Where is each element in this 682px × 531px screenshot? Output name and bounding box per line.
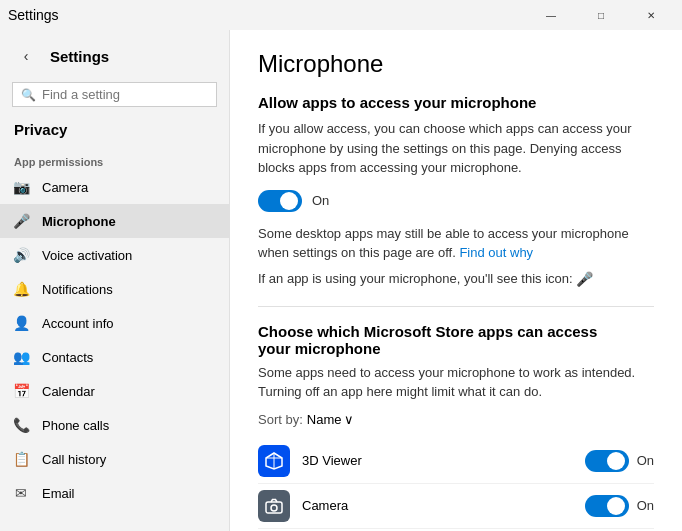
voice-activation-icon: 🔊 [12,246,30,264]
choose-section: Choose which Microsoft Store apps can ac… [258,323,654,531]
calendar-icon: 📅 [12,382,30,400]
account-info-icon: 👤 [12,314,30,332]
sidebar-item-email-label: Email [42,486,75,501]
info-text-icon: If an app is using your microphone, you'… [258,269,654,290]
divider [258,306,654,307]
sort-row: Sort by: Name ∨ [258,412,654,427]
svg-point-4 [271,505,277,511]
phone-calls-icon: 📞 [12,416,30,434]
title-bar-controls: — □ ✕ [528,0,674,30]
contacts-icon: 👥 [12,348,30,366]
close-button[interactable]: ✕ [628,0,674,30]
sort-chevron-icon: ∨ [344,412,354,427]
sidebar-item-microphone-label: Microphone [42,214,116,229]
minimize-button[interactable]: — [528,0,574,30]
main-content: Microphone Allow apps to access your mic… [230,30,682,531]
camera-toggle-area: On [585,495,654,517]
3dviewer-toggle-thumb [607,452,625,470]
back-button[interactable]: ‹ [12,42,40,70]
choose-section-description: Some apps need to access your microphone… [258,363,654,402]
3dviewer-app-icon [258,445,290,477]
search-box[interactable]: 🔍 [12,82,217,107]
sort-by-label: Sort by: [258,412,303,427]
sidebar-item-voice-activation-label: Voice activation [42,248,132,263]
sidebar-item-account-info[interactable]: 👤 Account info [0,306,229,340]
sidebar-item-contacts-label: Contacts [42,350,93,365]
sidebar-item-account-info-label: Account info [42,316,114,331]
camera-app-icon [258,490,290,522]
sidebar-item-camera-label: Camera [42,180,88,195]
sidebar-item-camera[interactable]: 📷 Camera [0,170,229,204]
sidebar-item-call-history[interactable]: 📋 Call history [0,442,229,476]
sidebar-item-voice-activation[interactable]: 🔊 Voice activation [0,238,229,272]
3dviewer-toggle[interactable] [585,450,629,472]
info-text-desktop: Some desktop apps may still be able to a… [258,224,654,263]
sidebar-item-contacts[interactable]: 👥 Contacts [0,340,229,374]
toggle-thumb [280,192,298,210]
sidebar-header: ‹ Settings [0,30,229,78]
title-bar-left: Settings [8,7,59,23]
app-permissions-label: App permissions [0,148,229,170]
allow-section-description: If you allow access, you can choose whic… [258,119,654,178]
microphone-icon: 🎤 [12,212,30,230]
sidebar: ‹ Settings 🔍 Privacy App permissions 📷 C… [0,30,230,531]
sidebar-item-microphone[interactable]: 🎤 Microphone [0,204,229,238]
toggle-label: On [312,193,329,208]
title-bar-title: Settings [8,7,59,23]
3dviewer-toggle-area: On [585,450,654,472]
microphone-toggle[interactable] [258,190,302,212]
main-toggle-row: On [258,190,654,212]
search-icon: 🔍 [21,88,36,102]
camera-toggle-label: On [637,498,654,513]
sidebar-privacy-label: Privacy [0,115,229,148]
sidebar-item-call-history-label: Call history [42,452,106,467]
choose-section-heading: Choose which Microsoft Store apps can ac… [258,323,654,357]
sidebar-item-phone-calls[interactable]: 📞 Phone calls [0,408,229,442]
3dviewer-toggle-label: On [637,453,654,468]
sidebar-app-title: Settings [50,48,109,65]
allow-section-heading: Allow apps to access your microphone [258,94,654,111]
toggle-track [258,190,302,212]
camera-toggle-thumb [607,497,625,515]
camera-toggle-track [585,495,629,517]
app-container: ‹ Settings 🔍 Privacy App permissions 📷 C… [0,30,682,531]
sidebar-item-notifications[interactable]: 🔔 Notifications [0,272,229,306]
camera-toggle[interactable] [585,495,629,517]
notifications-icon: 🔔 [12,280,30,298]
find-out-why-link[interactable]: Find out why [459,245,533,260]
camera-icon: 📷 [12,178,30,196]
microphone-status-icon: 🎤 [576,271,593,287]
sidebar-item-notifications-label: Notifications [42,282,113,297]
app-row-camera: Camera On [258,484,654,529]
3dviewer-app-name: 3D Viewer [302,453,585,468]
sidebar-item-phone-calls-label: Phone calls [42,418,109,433]
maximize-button[interactable]: □ [578,0,624,30]
camera-app-name: Camera [302,498,585,513]
call-history-icon: 📋 [12,450,30,468]
sort-dropdown[interactable]: Name ∨ [307,412,355,427]
search-input[interactable] [42,87,210,102]
email-icon: ✉ [12,484,30,502]
sidebar-item-calendar[interactable]: 📅 Calendar [0,374,229,408]
page-title: Microphone [258,50,654,78]
title-bar: Settings — □ ✕ [0,0,682,30]
sidebar-item-email[interactable]: ✉ Email [0,476,229,510]
sidebar-item-calendar-label: Calendar [42,384,95,399]
3dviewer-toggle-track [585,450,629,472]
app-row-3dviewer: 3D Viewer On [258,439,654,484]
